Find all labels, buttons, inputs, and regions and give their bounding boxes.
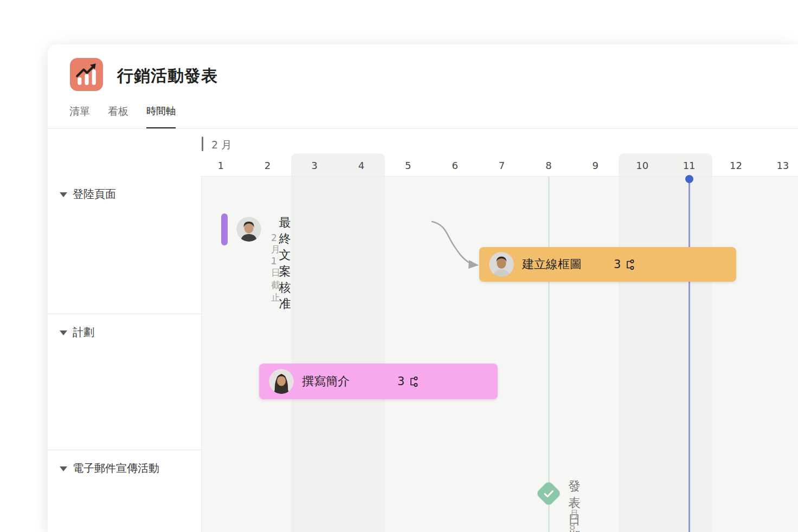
chart-trending-up-icon [70,58,103,91]
task-due-date: 2 月 1 日截止 [271,232,280,304]
section-label: 電子郵件宣傳活動 [73,461,159,476]
day-cell: 2 [244,158,291,173]
task-title: 建立線框圖 [522,256,582,273]
day-cell: 10 [619,158,666,173]
weekend-shade-column [291,177,385,532]
section-header-plan[interactable]: 計劃 [60,325,201,340]
task-title: 最終文案核准 [279,215,299,312]
subtask-count-value: 3 [614,258,621,271]
day-cell: 12 [712,158,759,173]
section-row-landing-page: 登陸頁面 [48,176,201,314]
milestone-diamond[interactable] [536,481,562,507]
project-card: 行銷活動發表 清單 看板 時間軸 2 月 1 2 3 4 5 6 7 8 9 1… [48,44,798,532]
section-row-plan: 計劃 [48,314,201,450]
subtask-branch-icon [625,259,636,270]
day-cell: 11 [666,158,712,173]
tab-list[interactable]: 清單 [69,105,90,129]
section-label: 登陸頁面 [73,187,116,202]
month-start-tick [202,137,203,151]
task-title: 撰寫簡介 [302,373,350,390]
timeline-date-header: 2 月 1 2 3 4 5 6 7 8 9 10 11 12 13 [48,129,798,176]
today-line [688,178,690,532]
subtask-count: 3 [397,375,420,388]
avatar [236,217,261,242]
day-cell: 9 [572,158,619,173]
caret-down-icon [60,466,67,471]
subtask-count-value: 3 [397,375,404,388]
tab-board[interactable]: 看板 [108,105,128,129]
day-cell: 5 [385,158,432,173]
day-cell: 3 [291,158,338,173]
weekend-shade-column [619,177,712,532]
day-cell: 8 [525,158,572,173]
task-bar-wireframe[interactable]: 建立線框圖 3 [479,247,736,282]
avatar [269,369,294,394]
caret-down-icon [60,330,67,335]
section-label: 計劃 [73,325,94,340]
timeline-chart-area: 最終文案核准 2 月 1 日截止 [202,176,798,532]
task-approval-bar[interactable] [221,213,228,245]
section-header-landing-page[interactable]: 登陸頁面 [60,187,201,202]
day-cell: 1 [197,158,244,173]
day-cell: 4 [338,158,384,173]
month-label: 2 月 [211,138,231,152]
day-cell: 13 [760,158,798,173]
task-bar-brief[interactable]: 撰寫簡介 3 [259,364,498,399]
section-header-email-campaign[interactable]: 電子郵件宣傳活動 [60,461,201,476]
section-row-email-campaign: 電子郵件宣傳活動 [48,450,201,531]
app-window: 行銷活動發表 清單 看板 時間軸 2 月 1 2 3 4 5 6 7 8 9 1… [0,0,798,532]
caret-down-icon [60,192,67,197]
avatar [489,252,514,277]
project-title: 行銷活動發表 [117,65,218,87]
subtask-count: 3 [614,258,636,271]
date-row: 1 2 3 4 5 6 7 8 9 10 11 12 13 [197,158,798,173]
tab-timeline[interactable]: 時間軸 [146,105,176,129]
section-sidebar: 登陸頁面 計劃 電子郵件宣傳活動 [48,176,202,532]
dependency-arrow [423,215,482,271]
subtask-branch-icon [408,376,420,387]
today-dot [685,175,693,183]
milestone-date-line [548,177,550,532]
milestone-date: 2 月 8 日 [569,496,579,532]
day-cell: 6 [432,158,478,173]
view-tabs: 清單 看板 時間軸 [69,105,176,129]
day-cell: 7 [478,158,525,173]
